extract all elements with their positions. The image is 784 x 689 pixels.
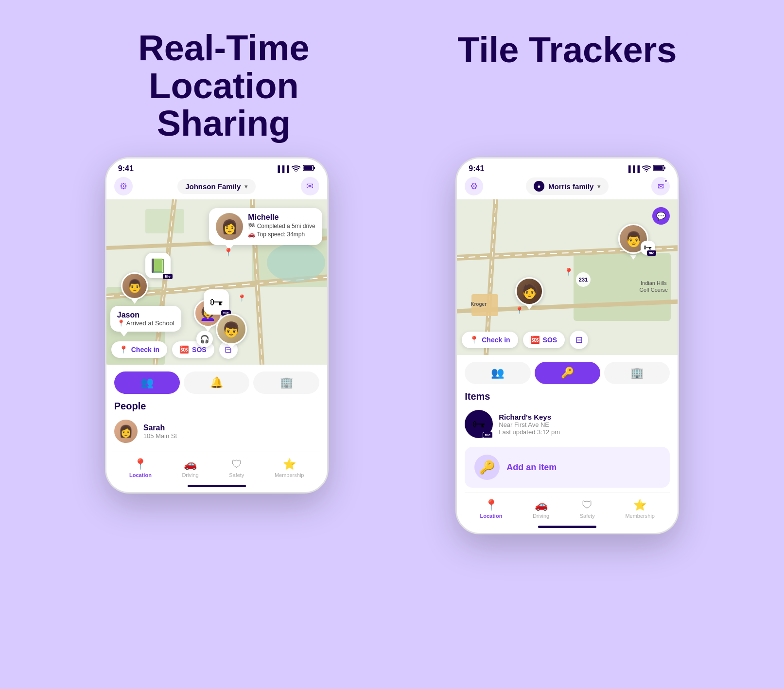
left-phone: 9:41 ▐▐▐ ⚙ Johnson Family ▾ bbox=[105, 157, 329, 494]
driving-icon-left: 🚗 bbox=[184, 458, 197, 471]
bottom-nav-right: 📍 Location 🚗 Driving 🛡 Safety ⭐ Membersh… bbox=[465, 493, 670, 524]
right-phone: 9:41 ▐▐▐ ⚙ ★ Morris family ▾ bbox=[455, 157, 679, 534]
headlines-row: Real-Time Location Sharing Tile Trackers bbox=[49, 29, 735, 142]
nav-location-right[interactable]: 📍 Location bbox=[480, 499, 503, 519]
jason-popup: Jason 📍 Arrived at School bbox=[110, 306, 181, 332]
svg-point-0 bbox=[296, 170, 296, 171]
man-avatar-circle: 👨 bbox=[121, 272, 148, 300]
tab-people-right[interactable]: 👥 bbox=[465, 362, 530, 384]
safety-label-left: Safety bbox=[229, 472, 244, 478]
sos-label-right: SOS bbox=[543, 336, 558, 344]
jason-name: Jason bbox=[117, 311, 174, 319]
nav-driving-right[interactable]: 🚗 Driving bbox=[533, 499, 549, 519]
safety-label-right: Safety bbox=[580, 513, 595, 519]
black-man-pin[interactable]: 🧑 bbox=[515, 277, 543, 310]
people-section-title: People bbox=[114, 401, 319, 412]
check-in-icon-right: 📍 bbox=[470, 336, 479, 344]
gear-btn-left[interactable]: ⚙ bbox=[114, 177, 133, 195]
young-man-avatar: 👦 bbox=[216, 314, 247, 345]
status-icons-right: ▐▐▐ bbox=[627, 165, 666, 173]
tab-tracker-left[interactable]: 🔔 bbox=[184, 371, 249, 394]
person-item-sarah: 👩 Sarah 105 Main St bbox=[114, 416, 319, 447]
nav-membership-left[interactable]: ⭐ Membership bbox=[275, 458, 304, 478]
nav-membership-right[interactable]: ⭐ Membership bbox=[625, 499, 655, 519]
check-in-label-left: Check in bbox=[131, 346, 159, 353]
family-selector-right[interactable]: ★ Morris family ▾ bbox=[526, 177, 609, 195]
left-headline-line1: Real-Time bbox=[107, 29, 340, 67]
bottom-panel-right: 👥 🔑 🏢 Items 🗝 tile bbox=[457, 355, 678, 528]
tab-switcher-left: 👥 🔔 🏢 bbox=[114, 371, 319, 394]
home-indicator-left bbox=[188, 485, 246, 487]
jason-detail: 📍 Arrived at School bbox=[117, 319, 174, 327]
family-name-right: Morris family bbox=[548, 182, 593, 191]
tab-tracker-right[interactable]: 🔑 bbox=[535, 362, 600, 384]
family-selector-left[interactable]: Johnson Family ▾ bbox=[177, 179, 256, 194]
family-star-badge: ★ bbox=[534, 181, 544, 192]
nav-safety-left[interactable]: 🛡 Safety bbox=[229, 458, 244, 478]
mail-btn-right[interactable]: ✉ bbox=[651, 177, 670, 195]
safety-icon-left: 🛡 bbox=[231, 458, 242, 471]
keys-item-updated: Last updated 3:12 pm bbox=[499, 428, 560, 436]
sarah-name: Sarah bbox=[143, 424, 177, 432]
michelle-avatar: 👩 bbox=[216, 213, 243, 240]
status-bar-right: 9:41 ▐▐▐ bbox=[457, 159, 678, 175]
layers-btn-right[interactable]: ⊟ bbox=[570, 331, 588, 349]
safety-icon-right: 🛡 bbox=[582, 499, 592, 512]
map-right: 231 Indian HillsGolf Course Kroger 👨 🗝 bbox=[457, 199, 678, 355]
young-man-pin[interactable]: 👦 bbox=[216, 314, 247, 349]
tracker-icon-right: 🔑 bbox=[561, 367, 574, 379]
tracker-icon-left: 🔔 bbox=[210, 376, 223, 389]
man-keys-pin[interactable]: 👨 🗝 tile bbox=[618, 224, 648, 260]
nav-safety-right[interactable]: 🛡 Safety bbox=[580, 499, 595, 519]
michelle-detail2: 🚗 Top speed: 34mph bbox=[248, 231, 315, 238]
add-item-card[interactable]: 🔑 Add an item bbox=[465, 447, 670, 488]
tab-building-left[interactable]: 🏢 bbox=[253, 371, 319, 394]
signal-icon-right: ▐▐▐ bbox=[627, 165, 640, 173]
golf-course-label: Indian HillsGolf Course bbox=[640, 280, 668, 294]
membership-icon-left: ⭐ bbox=[283, 458, 296, 471]
michelle-detail1: 🏁 Completed a 5mi drive bbox=[248, 222, 315, 231]
building-icon-right: 🏢 bbox=[630, 367, 644, 379]
left-headline-line2: Location Sharing bbox=[107, 67, 340, 142]
map-actions-right: 📍 Check in 🆘 SOS ⊟ bbox=[462, 331, 588, 349]
driving-icon-right: 🚗 bbox=[535, 499, 548, 512]
status-icons-left: ▐▐▐ bbox=[276, 165, 315, 173]
add-item-label: Add an item bbox=[506, 462, 557, 473]
home-indicator-right bbox=[538, 526, 596, 528]
sos-btn-right[interactable]: 🆘 SOS bbox=[523, 332, 565, 348]
black-man-avatar: 🧑 bbox=[515, 277, 543, 305]
right-headline: Tile Trackers bbox=[457, 29, 677, 71]
svg-point-16 bbox=[646, 170, 647, 171]
svg-text:231: 231 bbox=[579, 277, 588, 283]
time-left: 9:41 bbox=[118, 164, 134, 173]
sarah-location: 105 Main St bbox=[143, 432, 177, 440]
signal-icon-left: ▐▐▐ bbox=[276, 165, 289, 173]
sarah-avatar: 👩 bbox=[114, 420, 138, 443]
nav-location-left[interactable]: 📍 Location bbox=[129, 458, 152, 478]
svg-rect-2 bbox=[303, 166, 312, 170]
battery-icon-left bbox=[303, 165, 315, 173]
people-icon-right: 👥 bbox=[491, 367, 504, 379]
sos-icon-right: 🆘 bbox=[531, 336, 540, 344]
chevron-down-icon-right: ▾ bbox=[597, 183, 601, 190]
location-pin-michelle: 📍 bbox=[224, 247, 233, 257]
tab-people-left[interactable]: 👥 bbox=[114, 371, 180, 394]
tab-building-right[interactable]: 🏢 bbox=[604, 362, 670, 384]
keys-tile-pin-left[interactable]: 🗝 tile bbox=[204, 289, 229, 315]
loc-pin-right-1: 📍 bbox=[564, 267, 574, 277]
nav-driving-left[interactable]: 🚗 Driving bbox=[182, 458, 198, 478]
michelle-popup: 👩 Michelle 🏁 Completed a 5mi drive 🚗 Top… bbox=[209, 208, 322, 245]
sos-icon-left: 🆘 bbox=[180, 345, 189, 354]
tile-badge-book: tile bbox=[163, 274, 173, 279]
airpods-pin[interactable]: 🎧 bbox=[196, 331, 213, 347]
check-in-label-right: Check in bbox=[482, 336, 510, 344]
check-in-btn-left[interactable]: 📍 Check in bbox=[111, 341, 167, 358]
location-label-right: Location bbox=[480, 513, 503, 519]
man-avatar-pin[interactable]: 👨 bbox=[121, 272, 148, 304]
check-in-btn-right[interactable]: 📍 Check in bbox=[462, 332, 518, 348]
bottom-panel-left: 👥 🔔 🏢 People 👩 Sarah 105 Main St bbox=[106, 365, 327, 487]
book-tile-pin[interactable]: 📗 tile bbox=[145, 253, 171, 278]
time-right: 9:41 bbox=[469, 164, 484, 173]
mail-btn-left[interactable]: ✉ bbox=[301, 177, 319, 195]
gear-btn-right[interactable]: ⚙ bbox=[465, 177, 483, 195]
